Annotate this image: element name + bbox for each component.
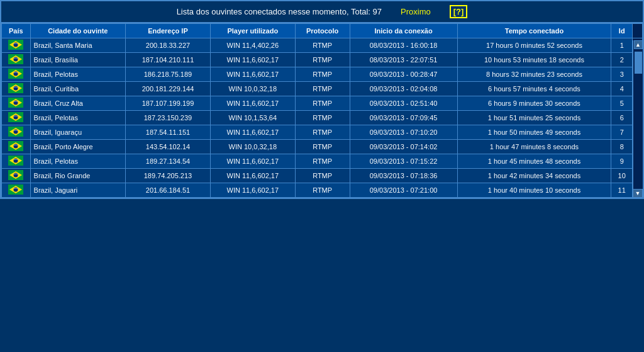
tempo-cell: 1 hour 45 minutes 48 seconds: [457, 154, 611, 169]
ip-cell: 187.23.150.239: [126, 111, 211, 125]
id-cell: 9: [611, 154, 633, 169]
col-inicio: Inicio da conexão: [350, 24, 457, 38]
table-row: Brazil, Pelotas189.27.134.54WIN 11,6,602…: [2, 154, 643, 169]
ip-cell: 186.218.75.189: [126, 67, 211, 82]
col-cidade: Cidade do ouvinte: [30, 24, 125, 38]
header: Lista dos ouvintes conectados nesse mome…: [1, 1, 643, 23]
id-cell: 10: [611, 169, 633, 183]
tempo-cell: 1 hour 51 minutes 25 seconds: [457, 111, 611, 125]
svg-point-23: [14, 144, 18, 149]
tempo-cell: 8 hours 32 minutes 23 seconds: [457, 67, 611, 82]
protocolo-cell: RTMP: [295, 53, 350, 67]
ip-cell: 187.104.210.111: [126, 53, 211, 67]
flag-cell: [2, 38, 31, 53]
inicio-cell: 08/03/2013 - 16:00:18: [350, 38, 457, 53]
tempo-cell: 1 hour 40 minutes 10 seconds: [457, 183, 611, 198]
ip-cell: 200.18.33.227: [126, 38, 211, 53]
player-cell: WIN 11,6,602,17: [210, 183, 295, 198]
protocolo-cell: RTMP: [295, 82, 350, 96]
ip-cell: 189.27.134.54: [126, 154, 211, 169]
scroll-up-button[interactable]: ▲: [634, 40, 643, 49]
inicio-cell: 09/03/2013 - 02:51:40: [350, 96, 457, 111]
id-cell: 11: [611, 183, 633, 198]
help-button[interactable]: [?]: [450, 5, 468, 18]
player-cell: WIN 10,1,53,64: [210, 111, 295, 125]
cidade-cell: Brazil, Curitiba: [30, 82, 125, 96]
protocolo-cell: RTMP: [295, 96, 350, 111]
ip-cell: 201.66.184.51: [126, 183, 211, 198]
next-button[interactable]: Proximo: [401, 7, 431, 16]
tempo-cell: 6 hours 57 minutes 4 seconds: [457, 82, 611, 96]
tempo-cell: 6 hours 9 minutes 30 seconds: [457, 96, 611, 111]
flag-cell: [2, 183, 31, 198]
player-cell: WIN 11,6,602,17: [210, 169, 295, 183]
id-cell: 2: [611, 53, 633, 67]
protocolo-cell: RTMP: [295, 38, 350, 53]
inicio-cell: 09/03/2013 - 00:28:47: [350, 67, 457, 82]
player-cell: WIN 10,0,32,18: [210, 140, 295, 154]
inicio-cell: 08/03/2013 - 22:07:51: [350, 53, 457, 67]
svg-point-8: [14, 72, 18, 76]
player-cell: WIN 11,6,602,17: [210, 154, 295, 169]
tempo-cell: 17 hours 0 minutes 52 seconds: [457, 38, 611, 53]
protocolo-cell: RTMP: [295, 67, 350, 82]
cidade-cell: Brazil, Porto Alegre: [30, 140, 125, 154]
inicio-cell: 09/03/2013 - 07:10:20: [350, 125, 457, 140]
table-wrapper: País Cidade do ouvinte Endereço IP Playe…: [1, 23, 643, 198]
scroll-down-button[interactable]: ▼: [633, 189, 643, 198]
table-row: Brazil, Brasília187.104.210.111WIN 11,6,…: [2, 53, 643, 67]
inicio-cell: 09/03/2013 - 07:18:36: [350, 169, 457, 183]
col-player: Player utilizado: [210, 24, 295, 38]
table-row: Brazil, Iguaraçu187.54.11.151WIN 11,6,60…: [2, 125, 643, 140]
flag-cell: [2, 82, 31, 96]
table-row: Brazil, Jaguari201.66.184.51WIN 11,6,602…: [2, 183, 643, 198]
ip-cell: 187.107.199.199: [126, 96, 211, 111]
tempo-cell: 1 hour 42 minutes 34 seconds: [457, 169, 611, 183]
cidade-cell: Brazil, Rio Grande: [30, 169, 125, 183]
ip-cell: 189.74.205.213: [126, 169, 211, 183]
id-cell: 5: [611, 96, 633, 111]
player-cell: WIN 11,6,602,17: [210, 67, 295, 82]
svg-point-11: [14, 86, 18, 91]
header-title: Lista dos ouvintes conectados nesse mome…: [177, 7, 382, 16]
scrollbar[interactable]: ▲: [633, 40, 643, 189]
svg-point-5: [14, 57, 18, 62]
player-cell: WIN 11,6,602,17: [210, 125, 295, 140]
id-cell: 3: [611, 67, 633, 82]
col-pais: País: [2, 24, 31, 38]
id-cell: 8: [611, 140, 633, 154]
table-row: Brazil, Pelotas187.23.150.239WIN 10,1,53…: [2, 111, 643, 125]
inicio-cell: 09/03/2013 - 02:04:08: [350, 82, 457, 96]
inicio-cell: 09/03/2013 - 07:15:22: [350, 154, 457, 169]
tempo-cell: 10 hours 53 minutes 18 seconds: [457, 53, 611, 67]
svg-point-17: [14, 115, 18, 120]
player-cell: WIN 11,6,602,17: [210, 96, 295, 111]
scroll-thumb[interactable]: [635, 52, 642, 74]
cidade-cell: Brazil, Santa Maria: [30, 38, 125, 53]
ip-cell: 143.54.102.14: [126, 140, 211, 154]
tempo-cell: 1 hour 50 minutes 49 seconds: [457, 125, 611, 140]
tempo-cell: 1 hour 47 minutes 8 seconds: [457, 140, 611, 154]
svg-point-14: [14, 101, 18, 105]
flag-cell: [2, 111, 31, 125]
svg-point-20: [14, 130, 18, 134]
table-row: Brazil, Rio Grande189.74.205.213WIN 11,6…: [2, 169, 643, 183]
cidade-cell: Brazil, Pelotas: [30, 67, 125, 82]
flag-cell: [2, 154, 31, 169]
flag-cell: [2, 140, 31, 154]
col-id: Id: [611, 24, 633, 38]
player-cell: WIN 11,4,402,26: [210, 38, 295, 53]
protocolo-cell: RTMP: [295, 154, 350, 169]
col-protocolo: Protocolo: [295, 24, 350, 38]
col-tempo: Tempo conectado: [457, 24, 611, 38]
svg-point-2: [14, 43, 18, 47]
ip-cell: 187.54.11.151: [126, 125, 211, 140]
player-cell: WIN 10,0,32,18: [210, 82, 295, 96]
inicio-cell: 09/03/2013 - 07:21:00: [350, 183, 457, 198]
flag-cell: [2, 125, 31, 140]
table-row: Brazil, Cruz Alta187.107.199.199WIN 11,6…: [2, 96, 643, 111]
table-row: Brazil, Curitiba200.181.229.144WIN 10,0,…: [2, 82, 643, 96]
table-row: Brazil, Santa Maria200.18.33.227WIN 11,4…: [2, 38, 643, 53]
cidade-cell: Brazil, Pelotas: [30, 111, 125, 125]
table-row: Brazil, Porto Alegre143.54.102.14WIN 10,…: [2, 140, 643, 154]
